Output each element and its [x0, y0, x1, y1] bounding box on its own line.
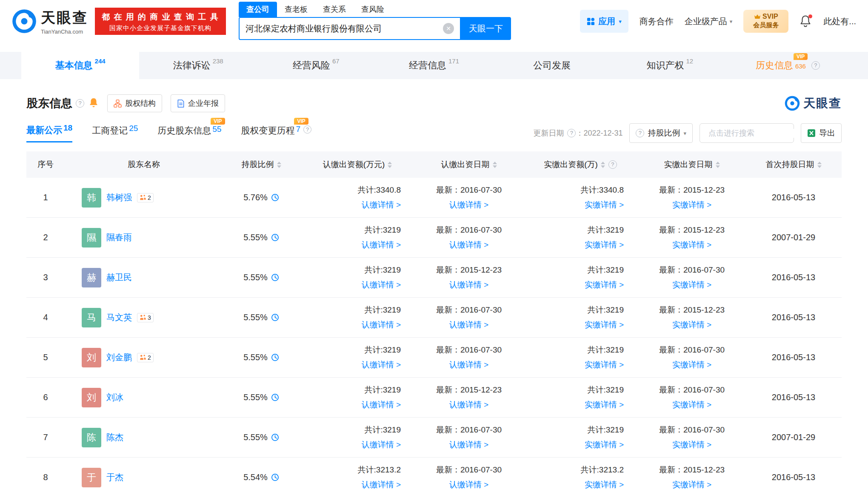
tab-history-info[interactable]: 历史信息 VIP 636 ? — [729, 52, 847, 79]
sort-icon[interactable] — [716, 162, 720, 168]
subscribed-detail-link[interactable]: 认缴详情 > — [449, 319, 488, 330]
export-button[interactable]: 导出 — [801, 123, 842, 143]
search-tab-relation[interactable]: 查关系 — [315, 2, 354, 17]
subscribed-detail-link[interactable]: 认缴详情 > — [362, 319, 401, 330]
subscribed-detail-link[interactable]: 认缴详情 > — [362, 239, 401, 250]
tab-basic-info[interactable]: 基本信息 244 — [21, 52, 139, 79]
shareholder-name-link[interactable]: 刘金鹏 — [106, 352, 132, 363]
avatar[interactable]: 马 — [82, 308, 101, 327]
paid-detail-link[interactable]: 实缴详情 > — [585, 359, 624, 370]
sort-icon[interactable] — [817, 162, 822, 168]
subscribed-detail-link[interactable]: 认缴详情 > — [449, 479, 488, 490]
col-paid-date[interactable]: 实缴出资日期 — [638, 159, 745, 170]
avatar[interactable]: 刘 — [82, 348, 101, 367]
sort-icon[interactable] — [601, 162, 605, 168]
avatar[interactable]: 于 — [82, 468, 101, 487]
user-menu[interactable]: 此处有... — [823, 16, 856, 27]
help-icon[interactable]: ? — [811, 61, 820, 70]
paid-detail-link[interactable]: 实缴详情 > — [672, 319, 711, 330]
history-clock-icon[interactable] — [271, 233, 279, 242]
subscribed-detail-link[interactable]: 认缴详情 > — [362, 399, 401, 410]
subtab-business-registration[interactable]: 工商登记 25 — [92, 125, 138, 142]
subscribed-detail-link[interactable]: 认缴详情 > — [449, 439, 488, 450]
history-clock-icon[interactable] — [271, 473, 279, 481]
paid-detail-link[interactable]: 实缴详情 > — [585, 199, 624, 211]
shareholder-name-link[interactable]: 赫卫民 — [106, 272, 132, 283]
subscribed-detail-link[interactable]: 认缴详情 > — [449, 199, 488, 211]
brand-logo[interactable]: 天眼查 TianYanCha.com — [12, 8, 88, 35]
sort-icon[interactable] — [388, 162, 392, 168]
subtab-historical-shareholders[interactable]: 历史股东信息 VIP 55 — [157, 125, 221, 142]
clear-icon[interactable]: ✕ — [443, 23, 454, 34]
search-tab-boss[interactable]: 查老板 — [277, 2, 315, 17]
paid-detail-link[interactable]: 实缴详情 > — [672, 399, 711, 410]
relation-badge[interactable]: 3 — [137, 313, 154, 322]
avatar[interactable]: 韩 — [82, 188, 101, 208]
shareholder-name-link[interactable]: 隰春雨 — [106, 232, 132, 243]
relation-badge[interactable]: 2 — [137, 353, 154, 362]
subscribed-detail-link[interactable]: 认缴详情 > — [449, 359, 488, 370]
shareholder-name-link[interactable]: 陈杰 — [106, 432, 123, 443]
avatar[interactable]: 赫 — [82, 268, 101, 287]
history-clock-icon[interactable] — [271, 193, 279, 202]
subscribed-detail-link[interactable]: 认缴详情 > — [362, 439, 401, 450]
tab-business-info[interactable]: 经营信息 171 — [375, 52, 493, 79]
paid-detail-link[interactable]: 实缴详情 > — [585, 239, 624, 250]
col-subscribed-date[interactable]: 认缴出资日期 — [415, 159, 523, 170]
history-clock-icon[interactable] — [271, 353, 279, 361]
paid-detail-link[interactable]: 实缴详情 > — [585, 319, 624, 330]
paid-detail-link[interactable]: 实缴详情 > — [672, 479, 711, 490]
shareholder-name-link[interactable]: 刘冰 — [106, 392, 123, 403]
col-paid-amount[interactable]: 实缴出资额(万) ? — [523, 159, 638, 170]
apps-button[interactable]: 应用 ▾ — [580, 10, 628, 33]
annual-report-button[interactable]: 企业年报 — [171, 94, 225, 112]
subscribed-detail-link[interactable]: 认缴详情 > — [362, 279, 401, 290]
help-icon[interactable]: ? — [567, 129, 576, 137]
equity-structure-button[interactable]: 股权结构 — [107, 94, 162, 112]
help-icon[interactable]: ? — [303, 125, 311, 134]
help-icon[interactable]: ? — [76, 99, 84, 108]
subscribed-detail-link[interactable]: 认缴详情 > — [362, 359, 401, 370]
history-clock-icon[interactable] — [271, 273, 279, 282]
sort-icon[interactable] — [277, 162, 281, 168]
shareholder-name-link[interactable]: 韩树强 — [106, 192, 132, 203]
enterprise-products-link[interactable]: 企业级产品 ▾ — [685, 16, 733, 27]
subtab-latest-announcement[interactable]: 最新公示 18 — [26, 124, 72, 142]
paid-detail-link[interactable]: 实缴详情 > — [672, 239, 711, 250]
paid-detail-link[interactable]: 实缴详情 > — [585, 279, 624, 290]
subscribed-detail-link[interactable]: 认缴详情 > — [449, 279, 488, 290]
sort-icon[interactable] — [493, 162, 497, 168]
holding-ratio-filter[interactable]: ? 持股比例 ▾ — [629, 123, 693, 143]
avatar[interactable]: 刘 — [82, 388, 101, 407]
paid-detail-link[interactable]: 实缴详情 > — [585, 479, 624, 490]
notification-bell[interactable] — [799, 14, 812, 28]
col-holding-ratio[interactable]: 持股比例 — [223, 159, 300, 170]
business-coop-link[interactable]: 商务合作 — [640, 16, 674, 27]
col-first-holding-date[interactable]: 首次持股日期 — [745, 159, 842, 170]
tab-company-development[interactable]: 公司发展 — [493, 52, 611, 79]
subscribed-detail-link[interactable]: 认缴详情 > — [362, 199, 401, 211]
paid-detail-link[interactable]: 实缴详情 > — [672, 359, 711, 370]
history-clock-icon[interactable] — [271, 313, 279, 321]
subtab-equity-change-history[interactable]: 股权变更历程 VIP 7 ? — [241, 125, 311, 142]
svip-badge[interactable]: SVIP 会员服务 — [743, 10, 788, 33]
subscribed-detail-link[interactable]: 认缴详情 > — [449, 239, 488, 250]
paid-detail-link[interactable]: 实缴详情 > — [672, 199, 711, 211]
relation-badge[interactable]: 2 — [137, 193, 154, 202]
search-button[interactable]: 天眼一下 — [461, 17, 511, 40]
tab-intellectual-property[interactable]: 知识产权 12 — [611, 52, 729, 79]
help-icon[interactable]: ? — [608, 160, 617, 169]
shareholder-name-link[interactable]: 于杰 — [106, 472, 123, 483]
table-search-input[interactable] — [708, 129, 807, 138]
tab-operational-risk[interactable]: 经营风险 67 — [257, 52, 375, 79]
history-clock-icon[interactable] — [271, 433, 279, 441]
avatar[interactable]: 隰 — [82, 228, 101, 248]
col-subscribed-amount[interactable]: 认缴出资额(万元) — [300, 159, 415, 170]
search-tab-company[interactable]: 查公司 — [239, 2, 277, 17]
subscribed-detail-link[interactable]: 认缴详情 > — [449, 399, 488, 410]
search-input[interactable] — [246, 24, 443, 34]
paid-detail-link[interactable]: 实缴详情 > — [672, 279, 711, 290]
search-tab-risk[interactable]: 查风险 — [354, 2, 392, 17]
history-clock-icon[interactable] — [271, 393, 279, 401]
subscribed-detail-link[interactable]: 认缴详情 > — [362, 479, 401, 490]
